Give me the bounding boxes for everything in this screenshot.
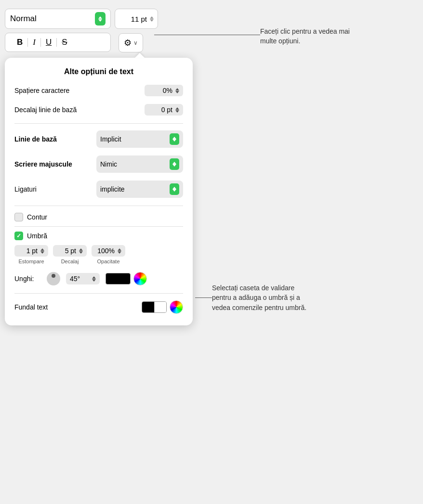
angle-row: Unghi: 45° bbox=[14, 272, 183, 285]
outline-row: Contur bbox=[14, 213, 183, 221]
style-arrow-down bbox=[98, 19, 102, 22]
tooltip-top-text: Faceți clic pentru a vedea mai multe opț… bbox=[260, 27, 357, 46]
blur-up[interactable] bbox=[40, 248, 44, 251]
style-select-label: Normal bbox=[10, 14, 37, 24]
opacity-down[interactable] bbox=[118, 251, 121, 254]
capitalization-down-arrow bbox=[172, 164, 176, 167]
shadow-row: Umbră bbox=[14, 232, 183, 240]
blur-down[interactable] bbox=[40, 251, 44, 254]
divider-before-text-bg bbox=[14, 293, 183, 294]
baseline-value: Implicit bbox=[100, 135, 167, 143]
capitalization-dropdown[interactable]: Nimic bbox=[96, 155, 183, 173]
divider-before-outline bbox=[14, 206, 183, 206]
style-stepper[interactable] bbox=[95, 12, 106, 26]
angle-label: Unghi: bbox=[14, 275, 41, 283]
baseline-offset-value: 0 pt bbox=[158, 106, 172, 114]
angle-dial[interactable] bbox=[47, 272, 60, 285]
offset-up[interactable] bbox=[79, 248, 83, 251]
angle-arrows[interactable] bbox=[92, 276, 96, 282]
outline-label: Contur bbox=[27, 213, 47, 221]
font-size-box[interactable]: 11 pt bbox=[115, 9, 158, 29]
offset-label: Decalaj bbox=[61, 258, 79, 264]
bold-button[interactable]: B bbox=[12, 36, 27, 49]
shadow-controls: 1 pt Estompare 5 pt Decalaj bbox=[14, 245, 183, 264]
shadow-color-swatch[interactable] bbox=[106, 273, 131, 284]
shadow-checkbox[interactable] bbox=[14, 232, 23, 240]
font-size-stepper[interactable] bbox=[150, 16, 154, 22]
format-toolbar: B I U S bbox=[5, 33, 111, 52]
shadow-label: Umbră bbox=[27, 232, 47, 240]
gear-icon: ⚙ bbox=[124, 38, 132, 48]
opacity-up[interactable] bbox=[118, 248, 121, 251]
character-spacing-label: Spațiere caractere bbox=[14, 87, 69, 94]
text-background-row: Fundal text bbox=[14, 300, 183, 314]
baseline-label: Linie de bază bbox=[14, 135, 57, 143]
blur-arrows[interactable] bbox=[40, 248, 44, 254]
capitalization-row: Scriere majuscule Nimic bbox=[14, 155, 183, 173]
character-spacing-down[interactable] bbox=[175, 91, 179, 93]
baseline-offset-stepper[interactable]: 0 pt bbox=[145, 104, 183, 116]
opacity-arrows[interactable] bbox=[118, 248, 121, 254]
baseline-stepper-green[interactable] bbox=[170, 133, 179, 145]
angle-dot bbox=[52, 274, 55, 278]
ligatures-row: Ligaturi implicite bbox=[14, 181, 183, 198]
text-bg-color-row bbox=[142, 300, 183, 314]
angle-value: 45° bbox=[70, 275, 80, 283]
gear-menu-button[interactable]: ⚙ ∨ bbox=[119, 33, 143, 52]
tooltip-line-top bbox=[154, 35, 260, 35]
angle-input[interactable]: 45° bbox=[66, 273, 100, 284]
blur-value: 1 pt bbox=[23, 247, 38, 255]
baseline-offset-down[interactable] bbox=[175, 110, 179, 113]
text-bg-swatch-split[interactable] bbox=[142, 301, 167, 313]
character-spacing-up[interactable] bbox=[175, 88, 179, 90]
opacity-label: Opacitate bbox=[97, 258, 119, 264]
character-spacing-arrows[interactable] bbox=[175, 88, 179, 93]
chevron-down-icon: ∨ bbox=[133, 39, 138, 46]
text-bg-color-wheel[interactable] bbox=[170, 300, 183, 314]
text-bg-white bbox=[154, 302, 167, 312]
baseline-row: Linie de bază Implicit bbox=[14, 130, 183, 148]
ligatures-stepper-green[interactable] bbox=[170, 183, 179, 195]
font-size-arrow-down[interactable] bbox=[150, 19, 154, 22]
blur-control: 1 pt Estompare bbox=[14, 245, 48, 264]
baseline-down-arrow bbox=[172, 139, 176, 142]
ligatures-dropdown[interactable]: implicite bbox=[96, 181, 183, 198]
outline-checkbox[interactable] bbox=[14, 213, 23, 221]
divider-before-shadow bbox=[14, 226, 183, 227]
baseline-offset-row: Decalaj linie de bază 0 pt bbox=[14, 104, 183, 116]
font-size-value: 11 pt bbox=[119, 15, 147, 23]
offset-stepper[interactable]: 5 pt bbox=[53, 245, 87, 257]
baseline-dropdown[interactable]: Implicit bbox=[96, 130, 183, 148]
underline-button[interactable]: U bbox=[41, 36, 56, 49]
capitalization-value: Nimic bbox=[100, 160, 167, 168]
blur-label: Estompare bbox=[18, 258, 44, 264]
capitalization-label: Scriere majuscule bbox=[14, 160, 72, 168]
blur-stepper[interactable]: 1 pt bbox=[14, 245, 48, 257]
angle-up[interactable] bbox=[92, 276, 96, 279]
baseline-offset-up[interactable] bbox=[175, 107, 179, 110]
baseline-offset-arrows[interactable] bbox=[175, 107, 179, 113]
shadow-color-row bbox=[106, 272, 147, 285]
divider-after-baseline bbox=[14, 123, 183, 124]
shadow-color-wheel[interactable] bbox=[133, 272, 147, 285]
font-size-arrow-up[interactable] bbox=[150, 16, 154, 19]
offset-down[interactable] bbox=[79, 251, 83, 254]
style-select-dropdown[interactable]: Normal bbox=[5, 9, 111, 29]
strikethrough-button[interactable]: S bbox=[57, 36, 72, 49]
character-spacing-stepper[interactable]: 0% bbox=[145, 85, 183, 96]
offset-value: 5 pt bbox=[62, 247, 76, 255]
ligatures-down-arrow bbox=[172, 189, 176, 192]
text-bg-black bbox=[142, 302, 154, 312]
style-arrow-up bbox=[98, 16, 102, 19]
offset-arrows[interactable] bbox=[79, 248, 83, 254]
tooltip-line-bottom bbox=[195, 297, 212, 298]
italic-button[interactable]: I bbox=[28, 36, 40, 49]
opacity-control: 100% Opacitate bbox=[92, 245, 125, 264]
opacity-stepper[interactable]: 100% bbox=[92, 245, 125, 257]
capitalization-stepper-green[interactable] bbox=[170, 158, 179, 170]
offset-control: 5 pt Decalaj bbox=[53, 245, 87, 264]
panel-title: Alte opțiuni de text bbox=[14, 67, 183, 76]
baseline-offset-label: Decalaj linie de bază bbox=[14, 106, 77, 114]
angle-down[interactable] bbox=[92, 279, 96, 282]
tooltip-bottom-text: Selectați caseta de validare pentru a ad… bbox=[212, 283, 313, 312]
